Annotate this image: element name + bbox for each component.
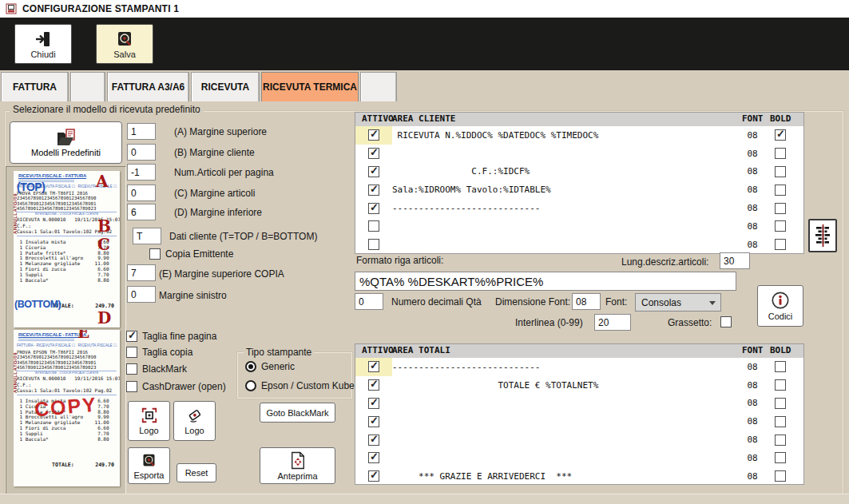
taglia-copia-row: Taglia copia (126, 347, 192, 358)
bold-checkbox[interactable] (775, 129, 786, 141)
copia-emittente-checkbox[interactable] (149, 248, 161, 260)
tab-fattura[interactable]: FATTURA (1, 72, 69, 101)
bold-checkbox[interactable] (775, 435, 786, 446)
attivo-checkbox[interactable] (368, 416, 379, 427)
row-template-text[interactable]: RICEVUTA N.%IDDOC% %DATEDOC% %TIMEDOC% (392, 126, 598, 145)
bold-checkbox[interactable] (775, 361, 786, 372)
bold-checkbox[interactable] (775, 239, 786, 250)
tab-ricevuta[interactable]: RICEVUTA (191, 72, 260, 101)
bold-checkbox[interactable] (775, 452, 786, 463)
grassetto-checkbox[interactable] (720, 316, 732, 327)
attivo-checkbox[interactable] (368, 470, 379, 482)
row-font-size[interactable]: 08 (739, 181, 766, 199)
bold-checkbox[interactable] (775, 379, 786, 391)
cashdrawer-row: CashDrawer (open) (126, 381, 226, 392)
esporta-button[interactable]: Esporta (128, 447, 170, 484)
attivo-checkbox[interactable] (368, 435, 379, 446)
center-align-button[interactable] (808, 219, 837, 252)
cashdrawer-checkbox[interactable] (126, 381, 137, 392)
generic-radio[interactable] (245, 361, 256, 372)
attivo-checkbox[interactable] (368, 129, 379, 141)
row-template-text[interactable]: ---------------------------- (392, 199, 540, 217)
row-template-text[interactable]: ---------------------------- (392, 358, 540, 376)
attivo-checkbox[interactable] (368, 203, 379, 214)
attivo-checkbox[interactable] (368, 239, 379, 250)
row-font-size[interactable]: 08 (739, 376, 766, 395)
reset-button[interactable]: Reset (177, 463, 216, 482)
logo-crop-button[interactable]: Logo (128, 401, 170, 441)
attivo-checkbox[interactable] (368, 220, 379, 232)
tab-fattura-a3a6[interactable]: FATTURA A3/A6 (107, 72, 189, 101)
bold-cell (767, 412, 794, 431)
row-template-text[interactable]: C.F.:%IDCF% (392, 163, 530, 181)
bold-checkbox[interactable] (775, 416, 786, 427)
bold-checkbox[interactable] (775, 166, 786, 177)
lung-descriz-input[interactable] (720, 252, 750, 269)
row-template-text[interactable]: TOTALE € %TOTALNET% (392, 376, 598, 395)
chiudi-button[interactable]: Chiudi (14, 24, 72, 64)
goto-blackmark-button[interactable]: Goto BlackMark (260, 403, 335, 423)
attivo-checkbox[interactable] (368, 185, 379, 196)
marker-letter-c: C (97, 235, 110, 254)
bold-checkbox[interactable] (775, 185, 786, 196)
interlinea-input[interactable] (594, 314, 631, 331)
blackmark-checkbox[interactable] (126, 363, 137, 375)
row-font-size[interactable]: 08 (739, 467, 766, 486)
tab-ricevuta-termica[interactable]: RICEVUTA TERMICA (261, 72, 359, 101)
bold-checkbox[interactable] (775, 203, 786, 214)
anteprima-button[interactable]: Anteprima (260, 447, 335, 484)
attivo-checkbox[interactable] (368, 361, 379, 372)
table-row: 08 (355, 449, 803, 467)
bold-checkbox[interactable] (775, 398, 786, 409)
row-font-size[interactable]: 08 (739, 412, 766, 431)
row-font-size[interactable]: 08 (739, 217, 766, 236)
receipt-checkline: FATTURA - RICEVUTA FISCALE ☐ RICEVUTA FI… (17, 343, 117, 347)
marker-letter-e: E (77, 330, 89, 342)
row-font-size[interactable]: 08 (739, 145, 766, 163)
logo-eraser-button[interactable]: Logo (173, 401, 216, 441)
epson-kube-radio[interactable] (245, 380, 256, 391)
margine-sinistro-input[interactable] (127, 286, 156, 303)
table-row: ---------------------------- 08 (355, 199, 803, 217)
row-font-size[interactable]: 08 (739, 163, 766, 181)
margine-superiore-copia-input[interactable] (127, 264, 156, 281)
attivo-checkbox[interactable] (368, 398, 379, 409)
row-font-size[interactable]: 08 (739, 449, 766, 467)
attivo-checkbox[interactable] (368, 452, 379, 463)
tab-empty-2[interactable] (360, 72, 397, 101)
attivo-checkbox[interactable] (368, 379, 379, 391)
salva-button[interactable]: Salva (96, 24, 153, 64)
modelli-predefiniti-button[interactable]: Modelli Predefiniti (10, 121, 122, 164)
font-select[interactable]: Consolas (635, 293, 721, 312)
reset-label: Reset (185, 468, 208, 478)
margine-articoli-input[interactable] (127, 185, 156, 201)
margine-inferiore-input[interactable] (127, 204, 156, 220)
bold-cell (767, 236, 794, 254)
row-font-size[interactable]: 08 (739, 126, 766, 145)
row-font-size[interactable]: 08 (739, 199, 766, 217)
row-font-size[interactable]: 08 (739, 236, 766, 254)
row-font-size[interactable]: 08 (739, 431, 766, 449)
row-font-size[interactable]: 08 (739, 358, 766, 376)
bold-checkbox[interactable] (775, 148, 786, 159)
formato-riga-input[interactable] (355, 272, 736, 291)
row-template-text[interactable]: Sala:%IDROOM% Tavolo:%IDTABLE% (392, 181, 551, 199)
dimensione-font-input[interactable] (572, 293, 601, 310)
margine-cliente-input[interactable] (127, 144, 156, 161)
codici-button[interactable]: Codici (757, 285, 803, 327)
num-articoli-input[interactable] (127, 164, 156, 181)
col-font: FONT (742, 113, 764, 124)
taglia-fine-pagina-checkbox[interactable] (126, 331, 137, 342)
attivo-checkbox[interactable] (368, 148, 379, 159)
row-font-size[interactable]: 08 (739, 395, 766, 413)
margine-superiore-input[interactable] (127, 123, 156, 140)
attivo-checkbox[interactable] (368, 166, 379, 177)
dati-cliente-input[interactable] (133, 228, 161, 244)
row-template-text[interactable]: *** GRAZIE E ARRIVEDERCI *** (392, 467, 572, 486)
tab-empty-1[interactable] (70, 72, 105, 101)
taglia-copia-checkbox[interactable] (126, 347, 137, 358)
numero-decimali-input[interactable] (355, 293, 383, 310)
bold-checkbox[interactable] (775, 470, 786, 482)
bold-checkbox[interactable] (775, 220, 786, 232)
anteprima-label: Anteprima (277, 471, 317, 481)
